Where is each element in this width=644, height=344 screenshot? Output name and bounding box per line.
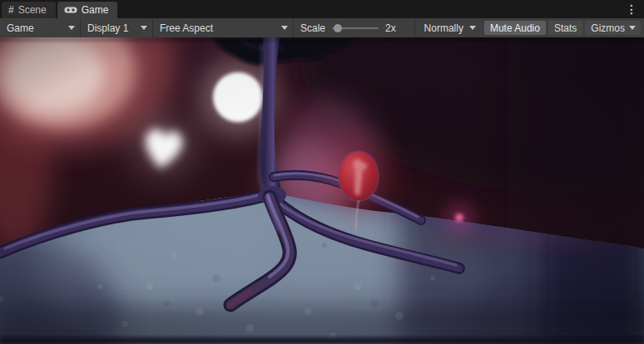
tab-scene[interactable]: # Scene bbox=[2, 2, 56, 18]
chevron-down-icon bbox=[629, 26, 636, 30]
display-label: Display 1 bbox=[87, 22, 128, 34]
chevron-down-icon bbox=[469, 26, 476, 30]
grid-icon: # bbox=[8, 5, 14, 15]
kebab-menu-icon[interactable]: ⋮ bbox=[619, 0, 644, 18]
unity-game-view-window: # Scene Game ⋮ Game Display 1 bbox=[0, 0, 644, 344]
tab-scene-label: Scene bbox=[18, 4, 47, 16]
toolbar-separator bbox=[414, 18, 415, 37]
view-type-label: Game bbox=[7, 22, 34, 34]
mute-audio-button[interactable]: Mute Audio bbox=[484, 21, 546, 35]
scale-value: 2x bbox=[385, 22, 400, 34]
stats-button[interactable]: Stats bbox=[548, 21, 582, 35]
aspect-ratio-label: Free Aspect bbox=[160, 22, 213, 34]
toolbar-right-group: Normally Mute Audio Stats Gizmos bbox=[414, 18, 644, 37]
gamepad-icon bbox=[64, 6, 77, 14]
tab-game[interactable]: Game bbox=[57, 2, 118, 18]
game-view-toolbar: Game Display 1 Free Aspect Scale 2x Norm… bbox=[0, 18, 644, 37]
scale-label: Scale bbox=[300, 22, 325, 34]
chevron-down-icon bbox=[141, 26, 147, 30]
display-dropdown[interactable]: Display 1 bbox=[81, 18, 152, 37]
playmode-dropdown[interactable]: Normally bbox=[418, 18, 482, 37]
view-type-dropdown[interactable]: Game bbox=[0, 18, 80, 37]
rendered-scene bbox=[0, 37, 644, 344]
vignette-overlay bbox=[0, 37, 644, 344]
gizmos-label: Gizmos bbox=[591, 22, 625, 34]
scale-slider[interactable] bbox=[332, 23, 379, 33]
aspect-ratio-dropdown[interactable]: Free Aspect bbox=[153, 18, 293, 37]
playmode-label: Normally bbox=[424, 22, 463, 34]
tab-game-label: Game bbox=[82, 4, 109, 16]
chevron-down-icon bbox=[68, 26, 75, 30]
chevron-down-icon bbox=[281, 26, 288, 30]
view-tab-bar: # Scene Game ⋮ bbox=[0, 0, 644, 18]
scale-slider-knob[interactable] bbox=[334, 24, 342, 32]
gizmos-dropdown[interactable]: Gizmos bbox=[585, 21, 641, 35]
game-viewport[interactable] bbox=[0, 37, 644, 344]
scale-control: Scale 2x bbox=[294, 18, 407, 37]
